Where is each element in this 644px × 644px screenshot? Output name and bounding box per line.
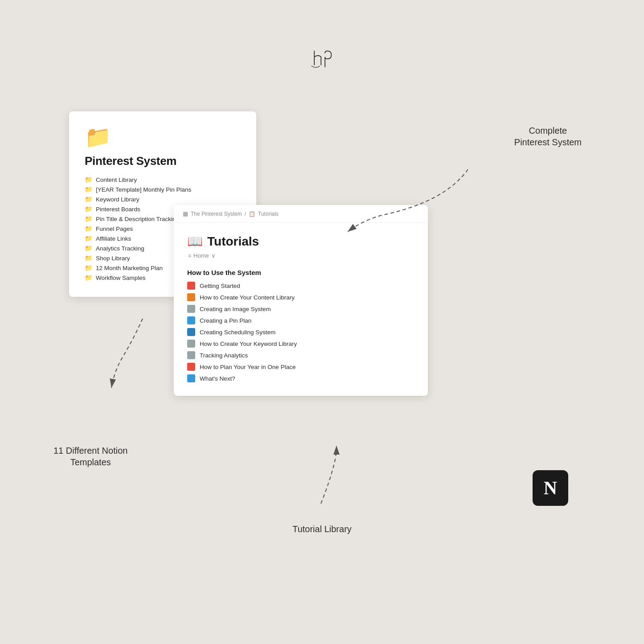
nav-item-label: Affiliate Links xyxy=(96,235,131,242)
folder-icon: 📁 xyxy=(85,176,92,183)
home-label: Home xyxy=(193,252,209,259)
list-item[interactable]: How to Plan Your Year in One Place xyxy=(187,363,414,371)
tutorial-item-label: What's Next? xyxy=(200,375,235,382)
section-title: How to Use the System xyxy=(187,269,414,276)
hp-logo xyxy=(304,42,340,74)
list-item[interactable]: Tracking Analytics xyxy=(187,351,414,359)
list-item[interactable]: 📁 Content Library xyxy=(85,176,241,183)
breadcrumb-page: Tutorials xyxy=(258,211,279,217)
list-item[interactable]: How to Create Your Content Library xyxy=(187,293,414,301)
nav-item-label: 12 Month Marketing Plan xyxy=(96,265,163,271)
chevron-down-icon: ∨ xyxy=(211,252,216,259)
nav-item-label: Shop Library xyxy=(96,255,130,262)
tutorials-card: ▦ The Pinterest System / 📋 Tutorials 📖 T… xyxy=(174,205,428,396)
folder-icon: 📁 xyxy=(85,264,92,271)
tutorial-item-label: Creating Scheduling System xyxy=(200,329,275,336)
list-item[interactable]: How to Create Your Keyword Library xyxy=(187,340,414,348)
tutorials-header: 📖 Tutorials xyxy=(187,234,414,249)
folder-icon: 📁 xyxy=(85,196,92,203)
list-item[interactable]: 📁 Keyword Library xyxy=(85,196,241,203)
folder-icon: 📁 xyxy=(85,125,241,150)
breadcrumb-sep: / xyxy=(245,211,246,217)
annotation-complete-pinterest: Complete Pinterest System xyxy=(514,125,582,148)
tutorial-item-label: How to Plan Your Year in One Place xyxy=(200,364,295,370)
nav-item-label: [YEAR Template] Monthly Pin Plans xyxy=(96,186,191,193)
tutorials-title: Tutorials xyxy=(207,234,259,249)
nav-item-label: Content Library xyxy=(96,176,137,183)
tutorial-item-icon xyxy=(187,363,195,371)
annotation-tutorial-library: Tutorial Library xyxy=(292,523,352,535)
breadcrumb-system: The Pinterest System xyxy=(191,211,242,217)
home-nav-icon: ≡ xyxy=(188,253,191,259)
nav-item-label: Pin Title & Description Tracking xyxy=(96,216,179,222)
nav-item-label: Funnel Pages xyxy=(96,226,133,232)
folder-icon: 📁 xyxy=(85,245,92,252)
tutorial-item-label: How to Create Your Content Library xyxy=(200,294,295,301)
list-item[interactable]: Getting Started xyxy=(187,282,414,290)
folder-icon: 📁 xyxy=(85,225,92,232)
tutorial-item-icon xyxy=(187,316,195,324)
nav-item-label: Workflow Samples xyxy=(96,275,146,281)
tutorial-list: Getting Started How to Create Your Conte… xyxy=(187,282,414,382)
list-item[interactable]: Creating a Pin Plan xyxy=(187,316,414,324)
tutorial-item-icon xyxy=(187,293,195,301)
folder-icon: 📁 xyxy=(85,235,92,242)
tutorial-item-label: How to Create Your Keyword Library xyxy=(200,340,297,347)
list-item[interactable]: What's Next? xyxy=(187,374,414,382)
tutorial-item-icon xyxy=(187,374,195,382)
tutorial-item-label: Getting Started xyxy=(200,283,240,289)
breadcrumb: ▦ The Pinterest System / 📋 Tutorials xyxy=(174,205,428,223)
annotation-notion-templates: 11 Different Notion Templates xyxy=(53,445,127,468)
folder-icon: 📁 xyxy=(85,186,92,193)
home-nav[interactable]: ≡ Home ∨ xyxy=(187,252,414,259)
tutorial-item-icon xyxy=(187,328,195,336)
tutorials-body: 📖 Tutorials ≡ Home ∨ How to Use the Syst… xyxy=(174,223,428,396)
nav-item-label: Keyword Library xyxy=(96,196,139,203)
pinterest-title: Pinterest System xyxy=(85,154,241,168)
list-item[interactable]: 📁 [YEAR Template] Monthly Pin Plans xyxy=(85,186,241,193)
tutorial-item-icon xyxy=(187,282,195,290)
nav-item-label: Pinterest Boards xyxy=(96,206,140,213)
breadcrumb-home-icon: ▦ xyxy=(183,210,188,217)
tutorial-item-label: Tracking Analytics xyxy=(200,352,248,359)
tutorial-item-icon xyxy=(187,340,195,348)
notion-logo-badge: N xyxy=(533,470,568,506)
notion-logo-letter: N xyxy=(544,479,557,497)
folder-icon: 📁 xyxy=(85,274,92,281)
folder-icon: 📁 xyxy=(85,205,92,213)
logo-area xyxy=(304,42,340,75)
folder-icon: 📁 xyxy=(85,215,92,222)
tutorial-item-label: Creating an Image System xyxy=(200,306,271,312)
tutorial-item-icon xyxy=(187,305,195,313)
list-item[interactable]: Creating Scheduling System xyxy=(187,328,414,336)
tutorials-emoji: 📖 xyxy=(187,234,203,249)
tutorial-item-icon xyxy=(187,351,195,359)
tutorial-item-label: Creating a Pin Plan xyxy=(200,317,251,324)
list-item[interactable]: Creating an Image System xyxy=(187,305,414,313)
breadcrumb-page-icon: 📋 xyxy=(249,211,255,217)
folder-icon: 📁 xyxy=(85,254,92,262)
nav-item-label: Analytics Tracking xyxy=(96,245,144,252)
